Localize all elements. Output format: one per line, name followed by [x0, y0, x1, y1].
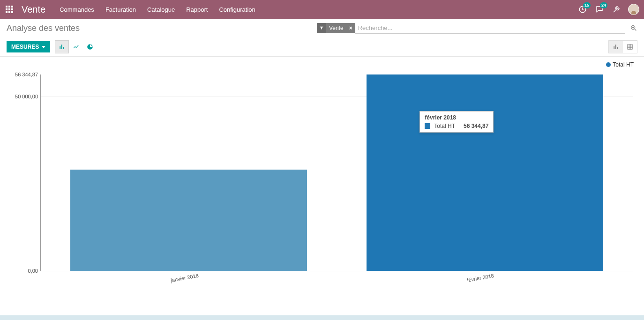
- top-navbar: Vente Commandes Facturation Catalogue Ra…: [0, 0, 644, 19]
- bottom-accent-strip: [0, 315, 644, 320]
- caret-down-icon: [42, 46, 45, 48]
- chart-type-buttons: [55, 40, 97, 53]
- debug-button[interactable]: [611, 4, 622, 15]
- messages-badge: 15: [583, 2, 591, 8]
- search-facet[interactable]: Vente ×: [317, 23, 355, 33]
- chart-tooltip: février 2018 Total HT 56 344,87: [419, 111, 494, 133]
- tooltip-title: février 2018: [425, 114, 488, 121]
- x-tick-1: février 2018: [466, 273, 494, 283]
- menu-configuration[interactable]: Configuration: [213, 0, 261, 19]
- bar-janvier-2018[interactable]: [70, 170, 307, 271]
- bar-chart-button[interactable]: [55, 40, 69, 53]
- pie-chart-button[interactable]: [83, 40, 97, 53]
- navbar-right: 15 24: [577, 4, 639, 15]
- view-switcher: [608, 40, 637, 53]
- discuss-button[interactable]: 24: [594, 4, 605, 15]
- chart-plot: 0,00 50 000,00 56 344,87 février 2018 To…: [40, 74, 633, 271]
- bar-slot-jan: [41, 74, 337, 271]
- control-panel-top: Analyse des ventes Vente ×: [0, 19, 644, 37]
- y-tick-1: 50 000,00: [15, 94, 41, 99]
- measures-label: MESURES: [11, 44, 39, 50]
- chart-container: Total HT 0,00 50 000,00 56 344,87 févrie…: [0, 57, 644, 319]
- menu-catalogue[interactable]: Catalogue: [142, 0, 180, 19]
- measures-button[interactable]: MESURES: [7, 41, 50, 52]
- facet-remove-button[interactable]: ×: [346, 25, 355, 31]
- navbar-left: Vente Commandes Facturation Catalogue Ra…: [0, 0, 261, 19]
- bar-chart-icon: [613, 44, 619, 50]
- search-expand-button[interactable]: [630, 24, 637, 32]
- search-input[interactable]: [355, 22, 625, 34]
- y-tick-2: 56 344,87: [15, 72, 41, 77]
- line-chart-button[interactable]: [69, 40, 83, 53]
- x-tick-0: janvier 2018: [170, 273, 199, 283]
- chart-legend[interactable]: Total HT: [606, 61, 634, 68]
- y-tick-0: 0,00: [28, 268, 41, 274]
- breadcrumb: Analyse des ventes: [7, 23, 80, 33]
- facet-label: Vente: [326, 25, 346, 31]
- control-panel-bottom: MESURES: [0, 37, 644, 56]
- apps-grid-icon: [6, 6, 13, 13]
- chart-bars: [41, 74, 633, 271]
- filter-icon: [317, 23, 326, 33]
- tooltip-series-label: Total HT: [434, 123, 455, 129]
- search-area: Vente ×: [317, 22, 637, 34]
- tooltip-row: Total HT 56 344,87: [425, 123, 488, 129]
- bar-fevrier-2018[interactable]: [367, 74, 603, 271]
- graph-view-button[interactable]: [609, 41, 623, 53]
- pivot-view-button[interactable]: [623, 41, 637, 53]
- module-title: Vente: [22, 4, 45, 15]
- zoom-in-icon: [630, 24, 637, 32]
- pie-chart-icon: [87, 44, 93, 50]
- bar-chart-icon: [59, 44, 65, 50]
- wrench-icon: [612, 5, 621, 14]
- menu-facturation[interactable]: Facturation: [100, 0, 142, 19]
- menu-commandes[interactable]: Commandes: [54, 0, 100, 19]
- discuss-badge: 24: [600, 2, 607, 8]
- legend-dot-icon: [606, 62, 611, 67]
- tooltip-value: 56 344,87: [464, 123, 488, 129]
- avatar-icon: [631, 11, 636, 15]
- tooltip-swatch-icon: [425, 123, 430, 129]
- bar-slot-fev: [337, 74, 633, 271]
- messages-button[interactable]: 15: [577, 4, 588, 15]
- x-axis-labels: janvier 2018 février 2018: [40, 271, 633, 295]
- user-avatar[interactable]: [628, 4, 639, 15]
- menu-rapport[interactable]: Rapport: [180, 0, 213, 19]
- main-menu: Commandes Facturation Catalogue Rapport …: [54, 0, 261, 19]
- legend-label: Total HT: [613, 61, 634, 68]
- table-icon: [627, 44, 633, 50]
- line-chart-icon: [73, 44, 79, 50]
- control-panel: Analyse des ventes Vente × MESURES: [0, 19, 644, 57]
- apps-launcher-button[interactable]: [0, 0, 19, 19]
